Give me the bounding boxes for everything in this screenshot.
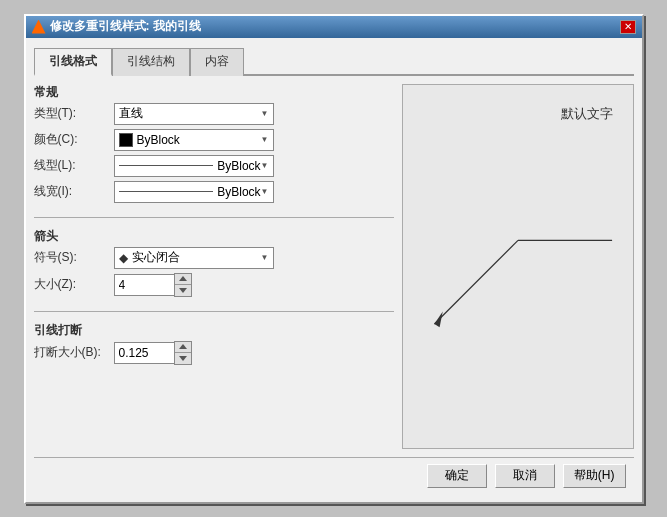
tab-bar: 引线格式 引线结构 内容	[34, 46, 634, 76]
linetype-value: ByBlock	[217, 159, 260, 173]
symbol-label: 符号(S):	[34, 249, 114, 266]
linewidth-control: ByBlock ▼	[114, 181, 394, 203]
symbol-dropdown[interactable]: ◆ 实心闭合 ▼	[114, 247, 274, 269]
linetype-dropdown[interactable]: ByBlock ▼	[114, 155, 274, 177]
break-size-label: 打断大小(B):	[34, 344, 114, 361]
symbol-value: 实心闭合	[132, 249, 180, 266]
title-bar-left: 修改多重引线样式: 我的引线	[32, 18, 201, 35]
right-panel: 默认文字	[402, 84, 634, 449]
break-size-decrement-btn[interactable]	[175, 353, 191, 364]
break-down-arrow-icon	[179, 356, 187, 361]
symbol-dropdown-arrow: ▼	[261, 253, 269, 262]
help-button[interactable]: 帮助(H)	[563, 464, 626, 488]
content-area: 常规 类型(T): 直线 ▼	[34, 84, 634, 449]
break-size-input[interactable]	[114, 342, 174, 364]
cancel-button[interactable]: 取消	[495, 464, 555, 488]
break-up-arrow-icon	[179, 344, 187, 349]
section-break-label: 引线打断	[34, 322, 394, 339]
preview-canvas: 默认文字	[403, 85, 633, 448]
break-size-control	[114, 341, 394, 365]
size-decrement-btn[interactable]	[175, 285, 191, 296]
linewidth-dropdown-arrow: ▼	[261, 187, 269, 196]
window-body: 引线格式 引线结构 内容 常规 类型(T): 直线	[26, 38, 642, 502]
size-spinner	[114, 273, 394, 297]
divider-2	[34, 311, 394, 312]
row-type: 类型(T): 直线 ▼	[34, 103, 394, 125]
row-color: 颜色(C): ByBlock ▼	[34, 129, 394, 151]
main-window: 修改多重引线样式: 我的引线 ✕ 引线格式 引线结构 内容 常规 类型(T):	[24, 14, 644, 504]
linewidth-preview	[119, 191, 214, 192]
size-input[interactable]	[114, 274, 174, 296]
app-icon	[32, 20, 46, 34]
size-control	[114, 273, 394, 297]
ok-button[interactable]: 确定	[427, 464, 487, 488]
row-size: 大小(Z):	[34, 273, 394, 297]
type-control: 直线 ▼	[114, 103, 394, 125]
color-control: ByBlock ▼	[114, 129, 394, 151]
svg-line-0	[434, 240, 518, 324]
divider-1	[34, 217, 394, 218]
down-arrow-icon	[179, 288, 187, 293]
row-linewidth: 线宽(I): ByBlock ▼	[34, 181, 394, 203]
color-dropdown-arrow: ▼	[261, 135, 269, 144]
title-bar: 修改多重引线样式: 我的引线 ✕	[26, 16, 642, 38]
break-size-increment-btn[interactable]	[175, 342, 191, 353]
color-value: ByBlock	[137, 133, 180, 147]
color-dropdown[interactable]: ByBlock ▼	[114, 129, 274, 151]
tab-format[interactable]: 引线格式	[34, 48, 112, 76]
type-dropdown[interactable]: 直线 ▼	[114, 103, 274, 125]
linewidth-dropdown[interactable]: ByBlock ▼	[114, 181, 274, 203]
close-button[interactable]: ✕	[620, 20, 636, 34]
section-arrow: 箭头 符号(S): ◆ 实心闭合 ▼	[34, 228, 394, 301]
preview-label: 默认文字	[561, 105, 613, 123]
symbol-control: ◆ 实心闭合 ▼	[114, 247, 394, 269]
bottom-bar: 确定 取消 帮助(H)	[34, 457, 634, 494]
linewidth-value: ByBlock	[217, 185, 260, 199]
symbol-icon: ◆	[119, 251, 128, 265]
type-label: 类型(T):	[34, 105, 114, 122]
linetype-dropdown-arrow: ▼	[261, 161, 269, 170]
section-break: 引线打断 打断大小(B):	[34, 322, 394, 369]
break-size-spinner	[114, 341, 394, 365]
section-normal: 常规 类型(T): 直线 ▼	[34, 84, 394, 207]
break-size-spinner-btns	[174, 341, 192, 365]
up-arrow-icon	[179, 276, 187, 281]
type-value: 直线	[119, 105, 143, 122]
linetype-label: 线型(L):	[34, 157, 114, 174]
color-label: 颜色(C):	[34, 131, 114, 148]
section-arrow-label: 箭头	[34, 228, 394, 245]
window-title: 修改多重引线样式: 我的引线	[50, 18, 201, 35]
row-linetype: 线型(L): ByBlock ▼	[34, 155, 394, 177]
size-increment-btn[interactable]	[175, 274, 191, 285]
row-break-size: 打断大小(B):	[34, 341, 394, 365]
tab-content[interactable]: 内容	[190, 48, 244, 76]
row-symbol: 符号(S): ◆ 实心闭合 ▼	[34, 247, 394, 269]
size-label: 大小(Z):	[34, 276, 114, 293]
type-dropdown-arrow: ▼	[261, 109, 269, 118]
section-normal-label: 常规	[34, 84, 394, 101]
linetype-control: ByBlock ▼	[114, 155, 394, 177]
size-spinner-btns	[174, 273, 192, 297]
linetype-preview	[119, 165, 214, 166]
left-panel: 常规 类型(T): 直线 ▼	[34, 84, 394, 449]
linewidth-label: 线宽(I):	[34, 183, 114, 200]
svg-marker-2	[434, 311, 442, 327]
preview-svg	[403, 85, 633, 448]
color-swatch	[119, 133, 133, 147]
tab-structure[interactable]: 引线结构	[112, 48, 190, 76]
